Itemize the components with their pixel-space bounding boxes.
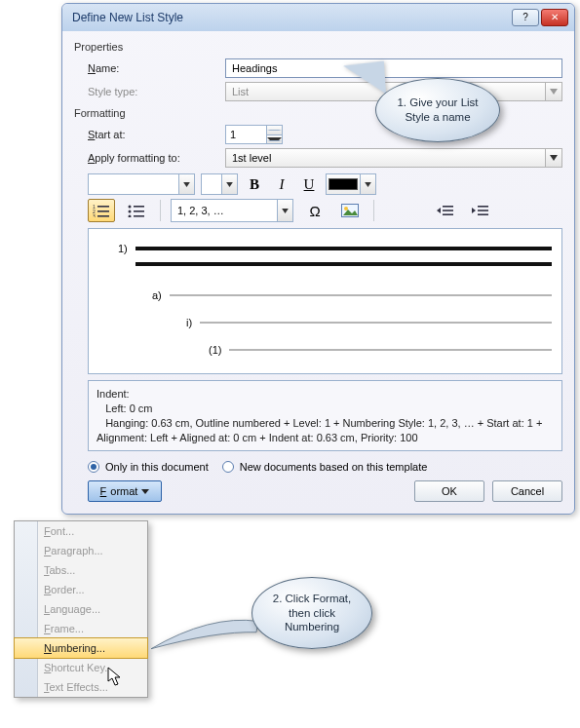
color-swatch-icon [329, 178, 358, 190]
menu-item[interactable]: Shortcut Key... [15, 658, 147, 677]
svg-point-8 [129, 211, 132, 213]
properties-header: Properties [74, 39, 562, 55]
menu-item[interactable]: Font... [15, 521, 147, 541]
svg-rect-3 [97, 211, 109, 212]
bold-button[interactable]: B [244, 173, 265, 195]
new-docs-radio[interactable]: New documents based on this template [222, 461, 428, 473]
menu-item[interactable]: Tabs... [15, 560, 147, 580]
start-at-input[interactable] [226, 126, 266, 143]
svg-rect-14 [443, 206, 453, 208]
preview-bar [135, 262, 552, 266]
chevron-down-icon [545, 83, 561, 100]
svg-rect-17 [478, 206, 488, 208]
svg-point-13 [344, 207, 348, 211]
menu-item[interactable]: Paragraph... [15, 541, 147, 560]
cancel-button[interactable]: Cancel [492, 480, 562, 502]
preview-l4-num: (1) [209, 344, 221, 356]
apply-to-value: 1st level [232, 152, 271, 164]
menu-item[interactable]: Numbering... [14, 637, 148, 659]
number-format-combo[interactable]: 1, 2, 3, … [171, 199, 293, 222]
preview-l1-num: 1) [118, 243, 128, 254]
callout-tail [151, 618, 263, 651]
spin-down[interactable] [267, 135, 282, 144]
menu-item[interactable]: Text Effects... [15, 677, 147, 697]
only-this-doc-radio[interactable]: Only in this document [88, 461, 209, 473]
svg-rect-16 [443, 213, 453, 215]
svg-rect-9 [134, 211, 144, 212]
close-button[interactable]: ✕ [541, 9, 568, 26]
chevron-down-icon[interactable] [545, 149, 561, 167]
help-button[interactable]: ? [512, 9, 539, 26]
titlebar[interactable]: Define New List Style ? ✕ [62, 4, 574, 31]
menu-item[interactable]: Border... [15, 580, 147, 599]
svg-text:3: 3 [93, 213, 96, 217]
callout-name-style: 1. Give your List Style a name [375, 78, 500, 142]
list-toolbar: 123 1, 2, 3, … Ω [88, 199, 562, 222]
svg-rect-1 [97, 206, 109, 208]
list-preview: 1) a) i) (1) [88, 228, 562, 374]
font-size-combo[interactable] [201, 173, 238, 195]
italic-button[interactable]: I [271, 173, 292, 195]
spin-up[interactable] [267, 126, 282, 135]
svg-point-6 [129, 206, 132, 209]
separator [160, 200, 161, 221]
font-family-combo[interactable] [88, 173, 195, 195]
callout-click-format: 2. Click Format, then click Numbering [251, 577, 372, 649]
svg-rect-5 [97, 215, 109, 217]
svg-point-10 [129, 215, 132, 218]
format-button[interactable]: Format [88, 480, 162, 502]
increase-indent-icon[interactable] [466, 199, 493, 222]
mouse-cursor-icon [107, 667, 123, 686]
start-at-label: Start at: [88, 129, 219, 140]
separator [373, 200, 374, 221]
symbol-button[interactable]: Ω [301, 199, 329, 222]
apply-to-select[interactable]: 1st level [225, 148, 562, 168]
menu-item[interactable]: Frame... [15, 619, 147, 638]
style-description: Indent: Left: 0 cm Hanging: 0.63 cm, Out… [88, 380, 562, 451]
preview-bar [135, 247, 552, 250]
name-label: Name: [88, 62, 219, 74]
style-type-value: List [232, 86, 249, 97]
svg-rect-7 [134, 206, 144, 208]
chevron-down-icon[interactable] [360, 174, 375, 194]
svg-rect-15 [443, 210, 453, 211]
preview-bar [170, 294, 552, 297]
scope-radio-group: Only in this document New documents base… [88, 461, 562, 473]
font-color-picker[interactable] [326, 173, 376, 195]
style-type-label: Style type: [88, 86, 219, 97]
preview-l2-num: a) [152, 289, 162, 301]
define-list-style-dialog: Define New List Style ? ✕ Properties Nam… [61, 3, 575, 515]
apply-to-label: Apply formatting to: [88, 152, 219, 164]
preview-bar [229, 349, 552, 352]
font-toolbar: B I U [88, 173, 562, 195]
start-at-spinner[interactable] [225, 125, 283, 144]
svg-rect-11 [134, 215, 144, 217]
format-dropdown-menu: Font...Paragraph...Tabs...Border...Langu… [14, 520, 148, 698]
chevron-down-icon[interactable] [221, 174, 237, 194]
insert-picture-icon[interactable] [336, 199, 364, 222]
callout-tail [343, 61, 386, 97]
ok-button[interactable]: OK [414, 480, 484, 502]
preview-l3-num: i) [186, 317, 192, 328]
svg-rect-18 [478, 210, 488, 211]
radio-icon [88, 461, 99, 473]
preview-bar [200, 322, 552, 325]
bulleted-list-icon[interactable] [123, 199, 150, 222]
dialog-title: Define New List Style [72, 11, 183, 24]
underline-button[interactable]: U [298, 173, 320, 195]
radio-icon [222, 461, 234, 473]
svg-rect-19 [478, 213, 488, 215]
chevron-down-icon[interactable] [277, 200, 292, 221]
chevron-down-icon[interactable] [178, 174, 194, 194]
numbered-list-icon[interactable]: 123 [88, 199, 115, 222]
menu-item[interactable]: Language... [15, 599, 147, 619]
decrease-indent-icon[interactable] [431, 199, 458, 222]
name-input[interactable] [225, 58, 562, 78]
